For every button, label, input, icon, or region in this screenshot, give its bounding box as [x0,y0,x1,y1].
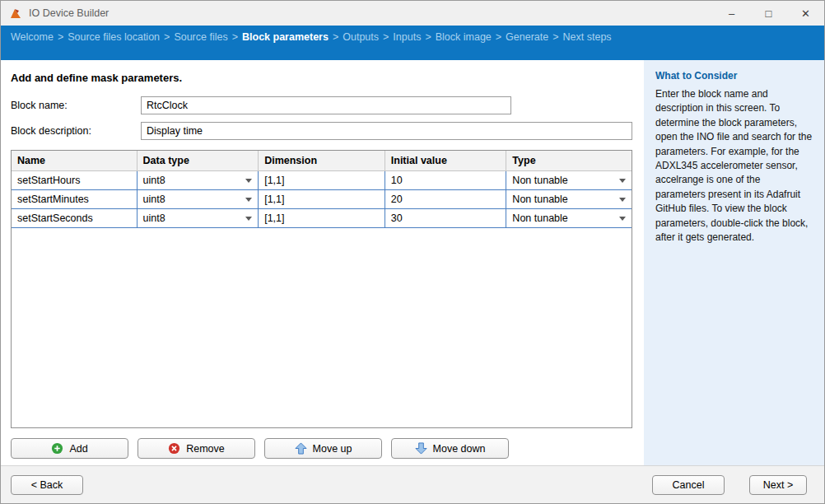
breadcrumb-separator: > [496,31,501,43]
block-name-input[interactable] [141,96,511,114]
move-down-button[interactable]: Move down [391,438,509,459]
type-value: Non tunable [512,212,567,224]
initial-value-cell[interactable]: 20 [385,190,506,209]
cancel-button[interactable]: Cancel [652,475,725,495]
table-row: setStartMinutes uint8 [1,1] 20 Non tunab… [12,190,632,209]
table-row: setStartSeconds uint8 [1,1] 30 Non tunab… [12,209,632,228]
dimension-cell[interactable]: [1,1] [259,190,385,209]
breadcrumb-item-source-files-location[interactable]: Source files location [68,31,160,43]
add-button-label: Add [69,443,87,455]
breadcrumb-separator: > [333,31,338,43]
data-type-value: uint8 [143,194,165,205]
column-header-initial-value: Initial value [385,151,506,171]
data-type-value: uint8 [143,175,165,186]
parameters-table: Name Data type Dimension Initial value T… [11,150,632,428]
remove-button-label: Remove [186,443,225,455]
sidebar-heading: What to Consider [655,70,813,82]
breadcrumb-item-inputs[interactable]: Inputs [393,31,421,43]
close-button[interactable]: ✕ [787,1,824,26]
chevron-down-icon [245,198,252,202]
table-action-buttons: Add Remove Move up Move down [11,438,632,459]
breadcrumb-separator: > [383,31,389,43]
type-value: Non tunable [512,175,567,186]
breadcrumb-item-generate[interactable]: Generate [506,31,548,43]
main-panel: Add and define mask parameters. Block na… [1,60,644,465]
initial-value-cell[interactable]: 10 [385,171,506,190]
footer-right-buttons: Cancel Next > [652,475,807,495]
breadcrumb-separator: > [552,31,558,43]
block-description-label: Block description: [11,125,141,137]
chevron-down-icon [245,217,252,221]
chevron-down-icon [619,198,626,202]
breadcrumb: Welcome>Source files location>Source fil… [1,26,824,60]
breadcrumb-separator: > [232,31,238,43]
column-header-name: Name [12,151,137,171]
sidebar-help-text: Enter the block name and description in … [655,87,813,245]
help-sidebar: What to Consider Enter the block name an… [644,60,824,465]
add-icon [51,442,63,455]
move-up-button[interactable]: Move up [264,438,382,459]
add-button[interactable]: Add [11,438,128,459]
type-dropdown[interactable]: Non tunable [506,171,632,190]
type-value: Non tunable [512,194,567,205]
block-name-label: Block name: [11,100,141,111]
titlebar: IO Device Builder – □ ✕ [1,1,824,26]
io-device-builder-window: IO Device Builder – □ ✕ Welcome>Source f… [0,0,825,504]
block-description-input[interactable] [141,122,632,140]
move-down-button-label: Move down [433,443,486,455]
data-type-value: uint8 [143,212,165,224]
back-button[interactable]: < Back [11,475,83,495]
block-name-field-row: Block name: [11,96,632,114]
data-type-dropdown[interactable]: uint8 [137,171,259,190]
data-type-dropdown[interactable]: uint8 [137,190,259,209]
type-dropdown[interactable]: Non tunable [506,190,632,209]
window-title: IO Device Builder [29,7,713,19]
remove-icon [168,442,180,455]
dimension-cell[interactable]: [1,1] [259,209,385,228]
table-header-row: Name Data type Dimension Initial value T… [12,151,632,171]
minimize-button[interactable]: – [713,1,750,26]
type-dropdown[interactable]: Non tunable [506,209,632,228]
page-title: Add and define mask parameters. [11,72,632,84]
breadcrumb-item-welcome[interactable]: Welcome [11,31,54,43]
app-icon [9,7,22,20]
breadcrumb-item-outputs[interactable]: Outputs [343,31,379,43]
move-down-arrow-icon [415,442,427,455]
column-header-type: Type [506,151,632,171]
chevron-down-icon [245,179,252,183]
breadcrumb-separator: > [58,31,63,43]
breadcrumb-item-source-files[interactable]: Source files [174,31,227,43]
content-area: Add and define mask parameters. Block na… [1,60,824,465]
breadcrumb-item-block-parameters[interactable]: Block parameters [242,31,329,43]
param-name-cell[interactable]: setStartSeconds [12,209,137,228]
table-row: setStartHours uint8 [1,1] 10 Non tunable [12,171,632,190]
remove-button[interactable]: Remove [138,438,255,459]
maximize-button[interactable]: □ [750,1,787,26]
dimension-cell[interactable]: [1,1] [259,171,385,190]
param-name-cell[interactable]: setStartMinutes [12,190,137,209]
data-type-dropdown[interactable]: uint8 [137,209,259,228]
param-name-cell[interactable]: setStartHours [12,171,137,190]
footer-bar: < Back Cancel Next > [1,465,824,503]
column-header-dimension: Dimension [259,151,385,171]
chevron-down-icon [619,179,626,183]
block-description-field-row: Block description: [11,122,632,140]
column-header-data-type: Data type [137,151,259,171]
window-controls: – □ ✕ [713,1,824,26]
move-up-button-label: Move up [313,443,352,455]
breadcrumb-separator: > [164,31,170,43]
next-button[interactable]: Next > [749,475,807,495]
breadcrumb-item-next-steps[interactable]: Next steps [563,31,612,43]
breadcrumb-item-block-image[interactable]: Block image [436,31,492,43]
initial-value-cell[interactable]: 30 [385,209,506,228]
breadcrumb-separator: > [425,31,431,43]
chevron-down-icon [619,217,626,221]
move-up-arrow-icon [295,442,307,455]
